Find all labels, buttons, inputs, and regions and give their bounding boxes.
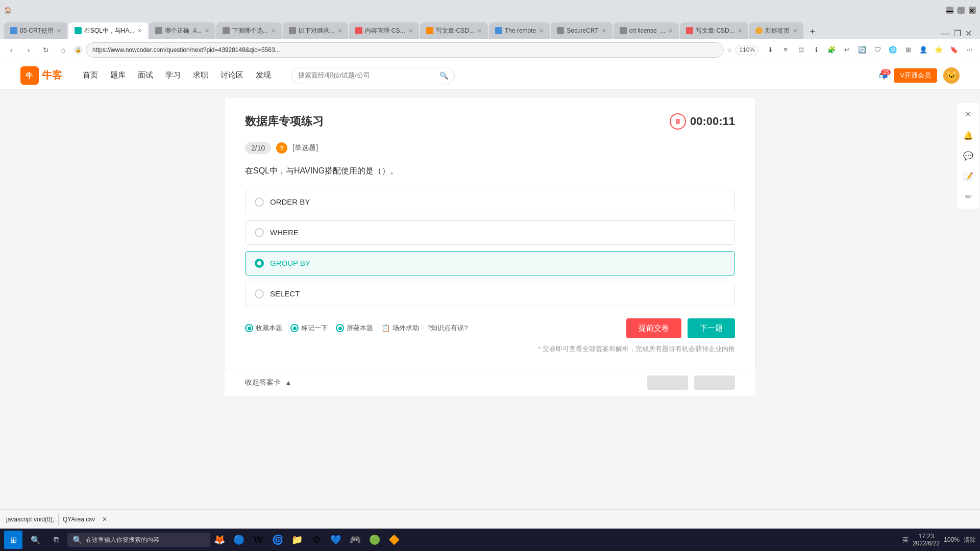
- taskbar-search-box[interactable]: 🔍 在这里输入你要搜索的内容: [67, 533, 210, 547]
- submit-button[interactable]: 提前交卷: [626, 318, 681, 338]
- collection-icon[interactable]: 🔖: [947, 43, 961, 57]
- answer-section[interactable]: 收起答案卡 ▲: [245, 378, 292, 387]
- nav-home[interactable]: 首页: [83, 70, 98, 80]
- help-button[interactable]: ?: [276, 142, 287, 154]
- option-b[interactable]: WHERE: [245, 220, 735, 245]
- taskbar-clear[interactable]: 清除: [964, 536, 976, 544]
- apps-icon[interactable]: ⊞: [901, 43, 915, 57]
- tab-write2[interactable]: 写文章-CSD... ✕: [680, 22, 748, 39]
- tab-remote[interactable]: The remote ✕: [489, 22, 550, 39]
- home-button[interactable]: ⌂: [56, 43, 70, 57]
- search-bar[interactable]: 🔍: [291, 67, 455, 84]
- nav-problems[interactable]: 题库: [110, 70, 126, 80]
- close-button[interactable]: ✕: [969, 7, 976, 14]
- refresh-button[interactable]: ↻: [39, 43, 53, 57]
- download-item-2[interactable]: QYArea.csv ✕: [63, 516, 107, 523]
- taskbar-search-button[interactable]: 🔍: [27, 531, 45, 549]
- reader-icon[interactable]: ≡: [779, 43, 792, 57]
- back-button[interactable]: ‹: [4, 43, 18, 57]
- sidebar-bell-icon[interactable]: 🔔: [960, 127, 976, 143]
- nav-interview[interactable]: 面试: [138, 70, 153, 80]
- site-logo[interactable]: 牛 牛客: [20, 66, 62, 85]
- tab-close[interactable]: ✕: [57, 28, 61, 34]
- close-window-button[interactable]: ✕: [965, 29, 972, 38]
- taskbar-app5[interactable]: 📁: [288, 531, 306, 549]
- maximize-button[interactable]: □: [958, 7, 965, 14]
- address-input[interactable]: [86, 42, 724, 58]
- tab-close-12[interactable]: ✕: [793, 28, 797, 34]
- tab-write[interactable]: 写文章-CSD... ✕: [420, 22, 488, 39]
- option-c[interactable]: GROUP BY: [245, 251, 735, 276]
- nav-discover[interactable]: 发现: [256, 70, 271, 80]
- fav-icon[interactable]: ⭐: [932, 43, 945, 57]
- info-icon[interactable]: ℹ: [810, 43, 823, 57]
- bookmark-icon[interactable]: ☆: [727, 46, 732, 54]
- nav-learn[interactable]: 学习: [165, 70, 181, 80]
- option-d[interactable]: SELECT: [245, 282, 735, 306]
- tab-crtlicense[interactable]: crt license_... ✕: [614, 22, 679, 39]
- extension-icon[interactable]: 🧩: [825, 43, 838, 57]
- nav-jobs[interactable]: 求职: [193, 70, 208, 80]
- taskbar-app8[interactable]: 🟢: [365, 531, 384, 549]
- forward-button[interactable]: ›: [21, 43, 36, 57]
- minimize-window-button[interactable]: —: [941, 28, 950, 39]
- taskbar-settings[interactable]: ⚙: [307, 531, 326, 549]
- taskbar-vscode[interactable]: 💙: [327, 531, 345, 549]
- sidebar-chat-icon[interactable]: 💬: [960, 147, 976, 164]
- tab-close-10[interactable]: ✕: [668, 28, 673, 34]
- next-button[interactable]: 下一题: [688, 318, 735, 338]
- start-button[interactable]: ⊞: [4, 531, 22, 549]
- action-mark[interactable]: 标记一下: [290, 323, 328, 333]
- sidebar-note-icon[interactable]: 📝: [960, 168, 976, 184]
- option-a[interactable]: ORDER BY: [245, 190, 735, 214]
- tab-close-active[interactable]: ✕: [137, 28, 142, 34]
- vip-button[interactable]: V开通会员: [894, 68, 937, 83]
- tab-close-3[interactable]: ✕: [205, 28, 209, 34]
- taskbar-firefox[interactable]: 🦊: [210, 531, 229, 549]
- tab-below[interactable]: 下面哪个选... ✕: [216, 22, 282, 39]
- tab-newtab[interactable]: 新标签页 ✕: [749, 22, 803, 39]
- tab-which[interactable]: 哪个正确_#... ✕: [149, 22, 215, 39]
- tab-close-6[interactable]: ✕: [408, 28, 413, 34]
- tab-inherit[interactable]: 以下对继承... ✕: [283, 22, 348, 39]
- avatar[interactable]: 🐱: [943, 67, 960, 84]
- history-icon[interactable]: ↩: [840, 43, 853, 57]
- browser-icon2[interactable]: 🌐: [886, 43, 899, 57]
- sidebar-edit-icon[interactable]: ✏: [960, 188, 976, 205]
- menu-icon[interactable]: ⋯: [963, 43, 976, 57]
- notification-button[interactable]: 📬 23: [879, 71, 888, 80]
- tab-close-4[interactable]: ✕: [271, 28, 276, 34]
- taskbar-taskview-button[interactable]: ⧉: [47, 531, 65, 549]
- tab-05crt[interactable]: 05-CRT使用 ✕: [4, 22, 67, 39]
- download-close-button[interactable]: ✕: [102, 516, 107, 523]
- shield2-icon[interactable]: 🛡: [871, 43, 884, 57]
- search-input[interactable]: [298, 71, 436, 79]
- tab-close-11[interactable]: ✕: [738, 28, 742, 34]
- action-hide[interactable]: 屏蔽本题: [336, 323, 373, 333]
- tab-securecrt[interactable]: SecureCRT ✕: [551, 22, 612, 39]
- tab-close-9[interactable]: ✕: [602, 28, 606, 34]
- taskbar-app7[interactable]: 🎮: [346, 531, 364, 549]
- profile-icon[interactable]: 👤: [917, 43, 930, 57]
- tab-close-8[interactable]: ✕: [539, 28, 544, 34]
- restore-window-button[interactable]: ❐: [954, 29, 961, 38]
- action-collect[interactable]: 收藏本题: [245, 323, 282, 333]
- sidebar-eye-icon[interactable]: 👁: [960, 107, 976, 123]
- nav-discuss[interactable]: 讨论区: [220, 70, 243, 80]
- zoom-level[interactable]: 110%: [736, 45, 758, 55]
- tab-close-5[interactable]: ✕: [337, 28, 342, 34]
- tab-cms[interactable]: 内容管理-CS... ✕: [349, 22, 419, 39]
- minimize-button[interactable]: —: [946, 7, 953, 14]
- immersive-icon[interactable]: ⊡: [794, 43, 807, 57]
- taskbar-app4[interactable]: 🌀: [268, 531, 287, 549]
- download-icon[interactable]: ⬇: [764, 43, 777, 57]
- action-error[interactable]: ?知识点有误?: [427, 323, 468, 333]
- taskbar-edge[interactable]: 🔵: [230, 531, 248, 549]
- pause-button[interactable]: ⏸: [670, 113, 686, 130]
- action-help[interactable]: 📋 场外求助: [381, 323, 419, 333]
- sync-icon[interactable]: 🔄: [855, 43, 869, 57]
- taskbar-wps[interactable]: W: [249, 531, 267, 549]
- tab-sql[interactable]: 在SQL中，与HA... ✕: [68, 22, 149, 39]
- tab-close-7[interactable]: ✕: [477, 28, 482, 34]
- new-tab-button[interactable]: +: [805, 24, 820, 39]
